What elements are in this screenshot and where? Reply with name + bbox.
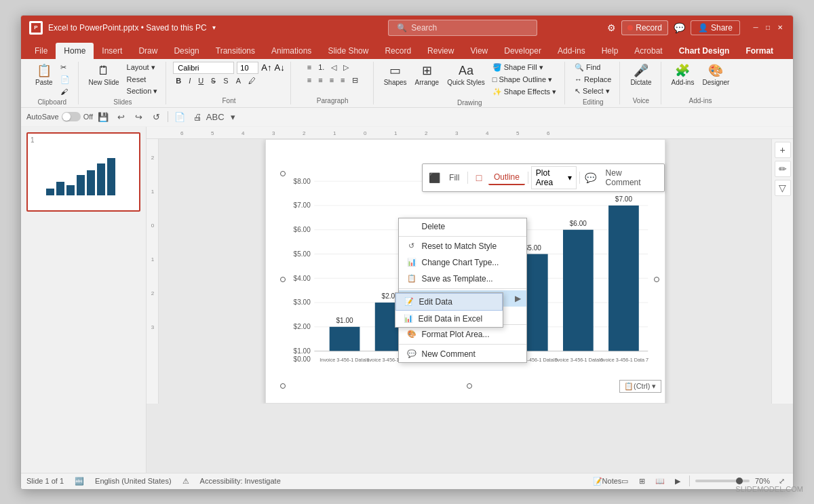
undo-button[interactable]: ↩ xyxy=(113,109,128,124)
font-family-input[interactable]: Calibri xyxy=(173,62,234,74)
menu-change-chart-type[interactable]: 📊 Change Chart Type... xyxy=(399,254,526,271)
spelling-button[interactable]: ABC xyxy=(208,109,222,124)
settings-icon[interactable]: ⚙ xyxy=(607,22,616,33)
shape-fill-button[interactable]: 🪣 Shape Fill ▾ xyxy=(490,62,559,73)
cut-button[interactable]: ✂ xyxy=(58,62,73,73)
underline-button[interactable]: U xyxy=(195,75,206,86)
tab-acrobat[interactable]: Acrobat xyxy=(626,43,670,59)
find-button[interactable]: 🔍 Find xyxy=(572,62,603,73)
quick-styles-button[interactable]: Aa Quick Styles xyxy=(444,62,488,89)
shapes-button[interactable]: ▭ Shapes xyxy=(381,62,410,89)
shape-effects-button[interactable]: ✨ Shape Effects ▾ xyxy=(490,86,559,98)
reading-view-button[interactable]: 📖 xyxy=(654,475,666,487)
zoom-knob[interactable] xyxy=(736,478,743,484)
dictate-button[interactable]: 🎤 Dictate xyxy=(627,62,655,89)
format-painter-button[interactable]: 🖌 xyxy=(58,86,73,97)
indent-more-button[interactable]: ▷ xyxy=(341,62,351,73)
tab-format[interactable]: Format xyxy=(737,43,781,59)
designer-button[interactable]: 🎨 Designer xyxy=(699,62,733,89)
qat-more-button[interactable]: ▾ xyxy=(225,109,240,124)
bullets-button[interactable]: ≡ xyxy=(305,62,314,73)
new-comment-button[interactable]: New Comment xyxy=(600,166,660,189)
bold-button[interactable]: B xyxy=(173,75,184,86)
menu-new-comment[interactable]: 💬 New Comment xyxy=(399,346,526,362)
align-center-button[interactable]: ≡ xyxy=(315,75,325,86)
arrange-button[interactable]: ⊞ Arrange xyxy=(412,62,443,89)
handle-tl[interactable] xyxy=(280,171,286,176)
autosave-toggle[interactable] xyxy=(62,112,81,121)
notes-button[interactable]: 📝 Notes xyxy=(601,475,613,487)
share-button[interactable]: 👤 Share xyxy=(691,20,740,35)
layout-button[interactable]: Layout ▾ xyxy=(124,62,161,73)
comment-icon[interactable]: 💬 xyxy=(674,22,685,33)
zoom-in-button[interactable]: + xyxy=(775,142,791,158)
slide-thumbnail-1[interactable]: 1 xyxy=(26,132,140,212)
tab-draw[interactable]: Draw xyxy=(130,43,166,59)
close-button[interactable]: ✕ xyxy=(775,23,785,33)
redo-button[interactable]: ↪ xyxy=(131,109,146,124)
tab-addins[interactable]: Add-ins xyxy=(549,43,594,59)
menu-reset-style[interactable]: ↺ Reset to Match Style xyxy=(399,238,526,254)
align-right-button[interactable]: ≡ xyxy=(327,75,336,86)
new-slide-button[interactable]: 🗒 New Slide xyxy=(85,62,123,89)
slide-sorter-button[interactable]: ⊞ xyxy=(636,475,648,487)
tab-chart-design[interactable]: Chart Design xyxy=(671,43,738,59)
columns-button[interactable]: ⊟ xyxy=(349,75,361,86)
tab-developer[interactable]: Developer xyxy=(496,43,549,59)
font-size-up-button[interactable]: A↑ xyxy=(261,62,271,73)
zoom-slider[interactable] xyxy=(695,480,750,482)
record-button[interactable]: Record xyxy=(621,20,668,35)
handle-bm[interactable] xyxy=(467,383,472,389)
tab-help[interactable]: Help xyxy=(594,43,627,59)
minimize-button[interactable]: ─ xyxy=(751,23,760,33)
filter-button[interactable]: ▽ xyxy=(775,180,791,196)
new-file-button[interactable]: 📄 xyxy=(172,109,187,124)
font-size-input[interactable]: 10 xyxy=(237,62,258,74)
tab-view[interactable]: View xyxy=(462,43,496,59)
numbering-button[interactable]: 1. xyxy=(315,62,327,73)
menu-save-template[interactable]: 📋 Save as Template... xyxy=(399,271,526,287)
paste-button[interactable]: 📋 Paste xyxy=(32,62,56,89)
select-button[interactable]: ↖ Select ▾ xyxy=(572,85,613,97)
tab-transitions[interactable]: Transitions xyxy=(208,43,263,59)
align-left-button[interactable]: ≡ xyxy=(305,75,314,86)
submenu-edit-data-excel[interactable]: 📊 Edit Data in Excel xyxy=(395,311,503,327)
tab-home[interactable]: Home xyxy=(56,43,94,59)
tab-record[interactable]: Record xyxy=(376,43,419,59)
accessibility-label[interactable]: Accessibility: Investigate xyxy=(200,477,281,485)
search-box[interactable]: 🔍 Search xyxy=(388,20,537,36)
replace-button[interactable]: ↔ Replace xyxy=(572,74,614,85)
fill-button[interactable]: Fill xyxy=(444,171,465,185)
handle-mr[interactable] xyxy=(654,277,659,282)
strikethrough-button[interactable]: S̶ xyxy=(208,75,218,87)
justify-button[interactable]: ≡ xyxy=(338,75,347,86)
handle-bl[interactable] xyxy=(280,383,286,389)
tab-animations[interactable]: Animations xyxy=(263,43,319,59)
outline-button[interactable]: Outline xyxy=(488,170,525,185)
font-color-button[interactable]: A xyxy=(233,75,244,86)
tab-slideshow[interactable]: Slide Show xyxy=(319,43,376,59)
normal-view-button[interactable]: ▭ xyxy=(619,475,631,487)
plot-area-select[interactable]: Plot Area ▾ xyxy=(531,166,577,189)
highlight-button[interactable]: 🖊 xyxy=(246,75,258,86)
new-comment-icon-button[interactable]: 💬 xyxy=(583,169,599,187)
indent-less-button[interactable]: ◁ xyxy=(328,62,339,73)
fill-icon-button[interactable]: ⬛ xyxy=(427,169,443,187)
section-button[interactable]: Section ▾ xyxy=(124,85,161,97)
outline-icon-button[interactable]: □ xyxy=(471,169,487,187)
save-button[interactable]: 💾 xyxy=(96,109,111,124)
maximize-button[interactable]: □ xyxy=(763,23,773,33)
tab-design[interactable]: Design xyxy=(166,43,207,59)
menu-format-plot[interactable]: 🎨 Format Plot Area... xyxy=(399,326,526,343)
font-size-down-button[interactable]: A↓ xyxy=(274,62,284,73)
tab-file[interactable]: File xyxy=(26,43,56,59)
italic-button[interactable]: I xyxy=(186,75,193,86)
title-arrow[interactable]: ▾ xyxy=(212,24,216,31)
copy-button[interactable]: 📄 xyxy=(58,74,73,85)
menu-delete[interactable]: Delete xyxy=(399,218,526,235)
print-button[interactable]: 🖨 xyxy=(190,109,205,124)
shape-outline-button[interactable]: □ Shape Outline ▾ xyxy=(490,74,559,85)
pen-tool-button[interactable]: ✏ xyxy=(775,161,791,177)
addins-button[interactable]: 🧩 Add-ins xyxy=(668,62,698,89)
slideshow-button[interactable]: ▶ xyxy=(672,475,684,487)
